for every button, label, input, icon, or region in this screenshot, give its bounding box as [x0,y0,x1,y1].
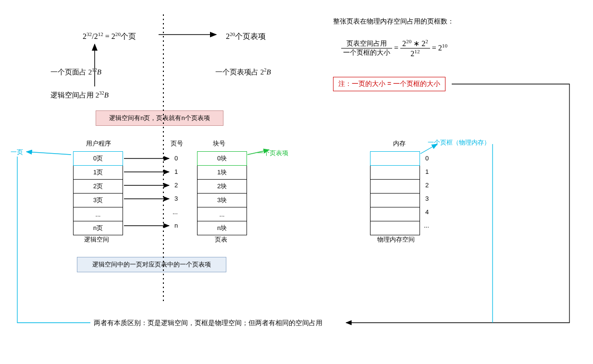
eq-pages: 232/212 = 220个页 [83,31,136,42]
mem-no-3: 3 [425,195,429,202]
hdr-user-prog: 用户程序 [86,139,111,148]
blue-callout: 逻辑空间中的一页对应页表中的一个页表项 [77,257,226,272]
right-heading: 整张页表在物理内存空间占用的页框数： [333,17,454,26]
entry-size: 一个页表项占 22B [215,67,271,77]
mem-no-2: 2 [425,182,429,189]
page-no-1: 1 [174,168,178,175]
label-one-page: 一页 [11,148,23,157]
eq-entries: 220个页表项 [226,31,266,42]
page-no-2: 2 [174,182,178,189]
page-no-3: 3 [174,195,178,202]
mem-table [370,151,420,235]
logic-size: 逻辑空间占用 232B [50,90,109,100]
label-page-table: 页表 [215,235,227,244]
label-page-frame: 一个页框（物理内存） [428,138,490,147]
page-no-0: 0 [174,155,178,162]
logic-table: 0页 1页 2页 3页 ... n页 [73,151,123,235]
label-logic-space: 逻辑空间 [84,235,109,244]
hdr-memory: 内存 [393,139,406,148]
mem-no-5: ... [424,222,429,229]
hdr-block-no: 块号 [213,139,225,148]
block-table: 0块 1块 2块 3块 ... n块 [197,151,247,235]
label-one-entry: 一个页表项 [257,149,288,158]
pink-callout: 逻辑空间有n页，页表就有n个页表项 [96,110,223,126]
hdr-page-no: 页号 [171,139,183,148]
label-phys-space: 物理内存空间 [377,235,415,244]
svg-line-8 [26,152,71,155]
mem-no-4: 4 [425,208,429,216]
note-box: 注：一页的大小 = 一个页框的大小 [333,77,445,91]
right-formula: 页表空间占用一个页框的大小 = 220 ∗ 22212 = 210 [341,38,447,59]
mem-no-0: 0 [425,155,429,162]
page-no-4: ... [173,208,178,216]
page-size: 一个页面占 212B [50,67,101,77]
page-no-5: n [174,222,178,229]
mem-no-1: 1 [425,168,429,175]
bottom-note: 两者有本质区别：页是逻辑空间，页框是物理空间；但两者有相同的空间占用 [94,319,322,328]
